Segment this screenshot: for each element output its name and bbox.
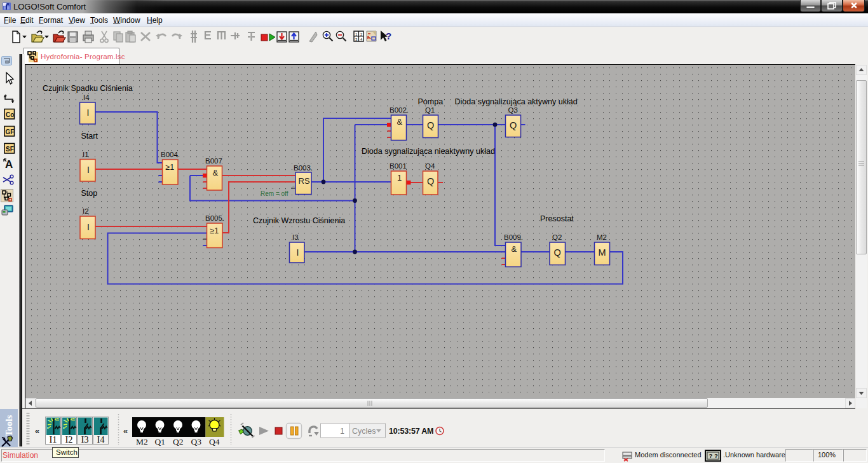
svg-text:1: 1 <box>340 427 344 436</box>
svg-text:GF: GF <box>6 128 15 135</box>
svg-text:Stop: Stop <box>81 189 98 198</box>
svg-text:Q1: Q1 <box>425 106 435 114</box>
svg-text:Q3: Q3 <box>191 437 202 446</box>
svg-text:I2: I2 <box>65 434 73 445</box>
svg-text:&: & <box>397 117 403 127</box>
svg-text:B005.: B005. <box>205 214 224 222</box>
svg-text:Q2: Q2 <box>173 437 184 446</box>
svg-text:I4: I4 <box>83 93 90 101</box>
svg-text:I2: I2 <box>83 207 89 215</box>
svg-text:Q: Q <box>554 247 561 258</box>
svg-text:«: « <box>123 426 128 436</box>
svg-text:A: A <box>5 158 13 170</box>
svg-text:B001: B001 <box>390 162 407 170</box>
svg-text:Rem = off: Rem = off <box>261 190 288 197</box>
svg-text:Co: Co <box>6 111 14 118</box>
svg-text:I1: I1 <box>83 151 89 158</box>
svg-text:&: & <box>213 168 219 177</box>
svg-text:&: & <box>512 244 517 254</box>
svg-text:? ?: ? ? <box>709 452 718 459</box>
svg-text:Dioda sygnalizująca aktywny uk: Dioda sygnalizująca aktywny układ <box>455 97 578 106</box>
svg-text:B009.: B009. <box>504 233 523 241</box>
svg-text:SF: SF <box>6 146 14 153</box>
svg-text:B002.: B002. <box>390 106 409 114</box>
svg-text:B007: B007 <box>205 157 222 165</box>
svg-text:B004.: B004. <box>161 151 180 158</box>
svg-text:M2: M2 <box>597 233 607 241</box>
svg-text:Q4: Q4 <box>425 162 435 170</box>
svg-text:Q1: Q1 <box>155 437 166 446</box>
svg-text:I: I <box>87 107 90 118</box>
svg-text:I3: I3 <box>81 434 89 445</box>
svg-text:I1: I1 <box>50 434 57 445</box>
svg-text:M2: M2 <box>136 437 148 446</box>
svg-text:RS: RS <box>299 176 310 186</box>
svg-text:Q: Q <box>427 120 434 130</box>
svg-text:B003.: B003. <box>294 164 313 172</box>
svg-text:I3: I3 <box>292 233 299 241</box>
svg-text:Czujnik Spadku Ciśnienia: Czujnik Spadku Ciśnienia <box>43 84 133 93</box>
svg-text:Presostat: Presostat <box>540 214 574 223</box>
svg-text:≥1: ≥1 <box>210 226 219 235</box>
svg-text:Dioda sygnalizująca nieaktywny: Dioda sygnalizująca nieaktywny układ <box>362 147 495 156</box>
svg-text:Q3: Q3 <box>508 106 518 114</box>
svg-text:?: ? <box>386 31 391 41</box>
svg-text:Q4: Q4 <box>209 437 220 446</box>
svg-text:I4: I4 <box>97 434 105 445</box>
svg-text:«: « <box>35 426 39 436</box>
svg-text:≥1: ≥1 <box>166 163 175 172</box>
svg-text:Q: Q <box>510 120 517 130</box>
svg-text:M: M <box>599 247 606 258</box>
svg-text:1: 1 <box>397 173 402 183</box>
svg-text:Start: Start <box>81 132 98 141</box>
svg-text:I: I <box>87 165 90 175</box>
svg-text:Cycles: Cycles <box>352 427 376 436</box>
svg-text:Czujnik Wzrostu Ciśnienia: Czujnik Wzrostu Ciśnienia <box>253 216 345 225</box>
svg-text:I: I <box>297 247 299 258</box>
svg-text:I: I <box>87 222 90 232</box>
svg-text:Q: Q <box>427 176 434 186</box>
svg-text:10:53:57 AM: 10:53:57 AM <box>389 427 433 436</box>
svg-text:Pompa: Pompa <box>418 97 444 106</box>
svg-text:Q2: Q2 <box>552 233 562 241</box>
